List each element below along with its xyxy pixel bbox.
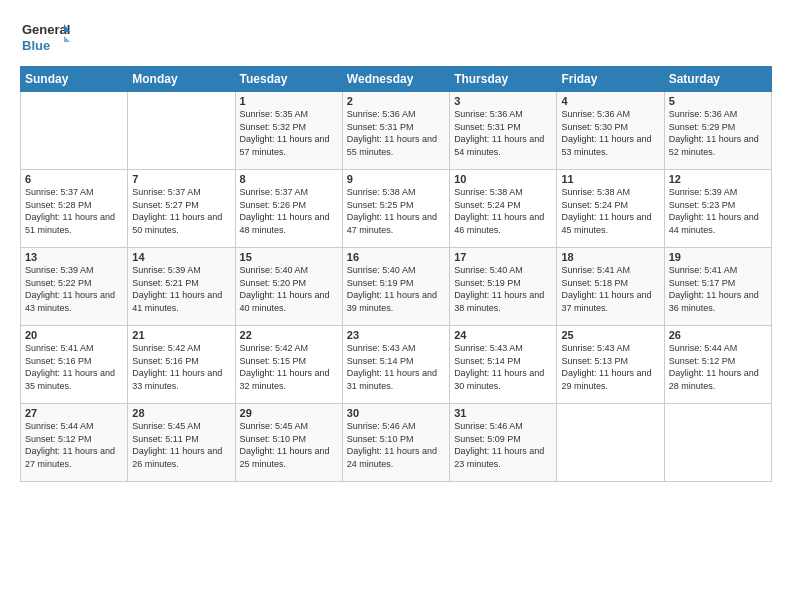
sunset-text: Sunset: 5:19 PM	[347, 278, 414, 288]
day-number: 8	[240, 173, 338, 185]
sunrise-text: Sunrise: 5:40 AM	[240, 265, 309, 275]
calendar-cell: 5 Sunrise: 5:36 AM Sunset: 5:29 PM Dayli…	[664, 92, 771, 170]
day-number: 18	[561, 251, 659, 263]
weekday-header: Tuesday	[235, 67, 342, 92]
sunset-text: Sunset: 5:15 PM	[240, 356, 307, 366]
calendar-cell: 8 Sunrise: 5:37 AM Sunset: 5:26 PM Dayli…	[235, 170, 342, 248]
day-info: Sunrise: 5:38 AM Sunset: 5:24 PM Dayligh…	[454, 186, 552, 236]
sunrise-text: Sunrise: 5:44 AM	[669, 343, 738, 353]
calendar-cell: 6 Sunrise: 5:37 AM Sunset: 5:28 PM Dayli…	[21, 170, 128, 248]
calendar-week-row: 27 Sunrise: 5:44 AM Sunset: 5:12 PM Dayl…	[21, 404, 772, 482]
calendar-cell: 22 Sunrise: 5:42 AM Sunset: 5:15 PM Dayl…	[235, 326, 342, 404]
calendar-cell: 7 Sunrise: 5:37 AM Sunset: 5:27 PM Dayli…	[128, 170, 235, 248]
day-info: Sunrise: 5:42 AM Sunset: 5:16 PM Dayligh…	[132, 342, 230, 392]
day-info: Sunrise: 5:39 AM Sunset: 5:21 PM Dayligh…	[132, 264, 230, 314]
calendar-cell: 9 Sunrise: 5:38 AM Sunset: 5:25 PM Dayli…	[342, 170, 449, 248]
day-number: 4	[561, 95, 659, 107]
calendar-week-row: 13 Sunrise: 5:39 AM Sunset: 5:22 PM Dayl…	[21, 248, 772, 326]
daylight-text: Daylight: 11 hours and 24 minutes.	[347, 446, 437, 469]
daylight-text: Daylight: 11 hours and 52 minutes.	[669, 134, 759, 157]
day-number: 14	[132, 251, 230, 263]
calendar-cell: 18 Sunrise: 5:41 AM Sunset: 5:18 PM Dayl…	[557, 248, 664, 326]
day-number: 6	[25, 173, 123, 185]
sunset-text: Sunset: 5:11 PM	[132, 434, 199, 444]
sunset-text: Sunset: 5:27 PM	[132, 200, 199, 210]
sunset-text: Sunset: 5:29 PM	[669, 122, 736, 132]
day-info: Sunrise: 5:37 AM Sunset: 5:27 PM Dayligh…	[132, 186, 230, 236]
day-info: Sunrise: 5:36 AM Sunset: 5:31 PM Dayligh…	[454, 108, 552, 158]
day-number: 28	[132, 407, 230, 419]
svg-text:Blue: Blue	[22, 38, 50, 53]
daylight-text: Daylight: 11 hours and 41 minutes.	[132, 290, 222, 313]
day-info: Sunrise: 5:43 AM Sunset: 5:14 PM Dayligh…	[347, 342, 445, 392]
day-info: Sunrise: 5:41 AM Sunset: 5:18 PM Dayligh…	[561, 264, 659, 314]
day-info: Sunrise: 5:38 AM Sunset: 5:25 PM Dayligh…	[347, 186, 445, 236]
calendar-cell	[128, 92, 235, 170]
sunrise-text: Sunrise: 5:42 AM	[240, 343, 309, 353]
daylight-text: Daylight: 11 hours and 39 minutes.	[347, 290, 437, 313]
calendar-cell	[664, 404, 771, 482]
day-info: Sunrise: 5:45 AM Sunset: 5:11 PM Dayligh…	[132, 420, 230, 470]
calendar-cell: 17 Sunrise: 5:40 AM Sunset: 5:19 PM Dayl…	[450, 248, 557, 326]
day-info: Sunrise: 5:46 AM Sunset: 5:10 PM Dayligh…	[347, 420, 445, 470]
daylight-text: Daylight: 11 hours and 46 minutes.	[454, 212, 544, 235]
logo-svg: General Blue	[20, 18, 70, 56]
sunrise-text: Sunrise: 5:43 AM	[454, 343, 523, 353]
calendar-cell: 14 Sunrise: 5:39 AM Sunset: 5:21 PM Dayl…	[128, 248, 235, 326]
sunset-text: Sunset: 5:24 PM	[561, 200, 628, 210]
weekday-header: Wednesday	[342, 67, 449, 92]
day-number: 29	[240, 407, 338, 419]
calendar-cell: 13 Sunrise: 5:39 AM Sunset: 5:22 PM Dayl…	[21, 248, 128, 326]
day-info: Sunrise: 5:41 AM Sunset: 5:16 PM Dayligh…	[25, 342, 123, 392]
day-info: Sunrise: 5:43 AM Sunset: 5:14 PM Dayligh…	[454, 342, 552, 392]
calendar-cell: 24 Sunrise: 5:43 AM Sunset: 5:14 PM Dayl…	[450, 326, 557, 404]
day-number: 9	[347, 173, 445, 185]
day-number: 21	[132, 329, 230, 341]
sunset-text: Sunset: 5:12 PM	[25, 434, 92, 444]
sunrise-text: Sunrise: 5:44 AM	[25, 421, 94, 431]
day-info: Sunrise: 5:40 AM Sunset: 5:19 PM Dayligh…	[454, 264, 552, 314]
sunrise-text: Sunrise: 5:45 AM	[240, 421, 309, 431]
day-number: 19	[669, 251, 767, 263]
sunrise-text: Sunrise: 5:46 AM	[347, 421, 416, 431]
calendar-cell: 3 Sunrise: 5:36 AM Sunset: 5:31 PM Dayli…	[450, 92, 557, 170]
sunset-text: Sunset: 5:10 PM	[240, 434, 307, 444]
day-number: 25	[561, 329, 659, 341]
day-number: 27	[25, 407, 123, 419]
sunrise-text: Sunrise: 5:38 AM	[454, 187, 523, 197]
daylight-text: Daylight: 11 hours and 47 minutes.	[347, 212, 437, 235]
sunrise-text: Sunrise: 5:43 AM	[561, 343, 630, 353]
calendar-cell: 30 Sunrise: 5:46 AM Sunset: 5:10 PM Dayl…	[342, 404, 449, 482]
calendar-cell: 28 Sunrise: 5:45 AM Sunset: 5:11 PM Dayl…	[128, 404, 235, 482]
daylight-text: Daylight: 11 hours and 31 minutes.	[347, 368, 437, 391]
header-row: SundayMondayTuesdayWednesdayThursdayFrid…	[21, 67, 772, 92]
daylight-text: Daylight: 11 hours and 51 minutes.	[25, 212, 115, 235]
sunrise-text: Sunrise: 5:35 AM	[240, 109, 309, 119]
day-info: Sunrise: 5:44 AM Sunset: 5:12 PM Dayligh…	[669, 342, 767, 392]
weekday-header: Saturday	[664, 67, 771, 92]
daylight-text: Daylight: 11 hours and 26 minutes.	[132, 446, 222, 469]
day-number: 13	[25, 251, 123, 263]
daylight-text: Daylight: 11 hours and 45 minutes.	[561, 212, 651, 235]
day-number: 23	[347, 329, 445, 341]
sunrise-text: Sunrise: 5:38 AM	[347, 187, 416, 197]
sunset-text: Sunset: 5:26 PM	[240, 200, 307, 210]
sunrise-text: Sunrise: 5:39 AM	[132, 265, 201, 275]
day-number: 16	[347, 251, 445, 263]
calendar-cell: 4 Sunrise: 5:36 AM Sunset: 5:30 PM Dayli…	[557, 92, 664, 170]
day-number: 5	[669, 95, 767, 107]
sunrise-text: Sunrise: 5:37 AM	[240, 187, 309, 197]
calendar-cell: 20 Sunrise: 5:41 AM Sunset: 5:16 PM Dayl…	[21, 326, 128, 404]
calendar-cell: 23 Sunrise: 5:43 AM Sunset: 5:14 PM Dayl…	[342, 326, 449, 404]
daylight-text: Daylight: 11 hours and 57 minutes.	[240, 134, 330, 157]
day-info: Sunrise: 5:39 AM Sunset: 5:22 PM Dayligh…	[25, 264, 123, 314]
sunset-text: Sunset: 5:17 PM	[669, 278, 736, 288]
sunrise-text: Sunrise: 5:39 AM	[669, 187, 738, 197]
day-info: Sunrise: 5:40 AM Sunset: 5:19 PM Dayligh…	[347, 264, 445, 314]
sunset-text: Sunset: 5:09 PM	[454, 434, 521, 444]
sunset-text: Sunset: 5:30 PM	[561, 122, 628, 132]
day-number: 22	[240, 329, 338, 341]
sunset-text: Sunset: 5:10 PM	[347, 434, 414, 444]
calendar-cell: 27 Sunrise: 5:44 AM Sunset: 5:12 PM Dayl…	[21, 404, 128, 482]
sunset-text: Sunset: 5:14 PM	[454, 356, 521, 366]
